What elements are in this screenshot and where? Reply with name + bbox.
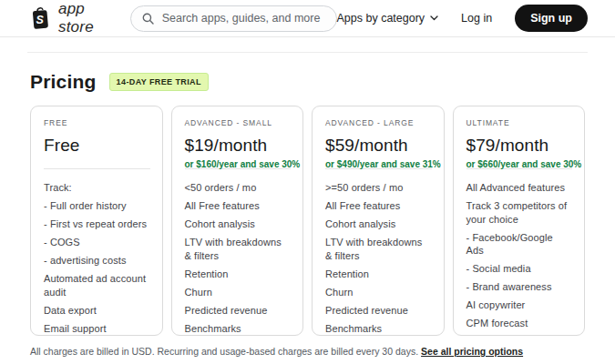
feature-item: - Full order history: [44, 199, 150, 213]
pricing-card: ULTIMATE $79/month or $660/year and save…: [453, 106, 586, 336]
feature-item: Cohort analysis: [325, 217, 432, 231]
feature-item: Retention: [185, 268, 292, 281]
search-bar[interactable]: [130, 5, 337, 32]
feature-item: Track:: [44, 181, 150, 195]
plan-price: Free: [44, 136, 150, 156]
log-in-link[interactable]: Log in: [461, 12, 492, 25]
pricing-card: ADVANCED - SMALL $19/month or $160/year …: [171, 106, 304, 336]
feature-item: Churn: [185, 286, 292, 299]
feature-item: Cohort analysis: [185, 217, 292, 231]
shopify-bag-icon: S: [30, 6, 51, 30]
feature-item: <50 orders / mo: [185, 181, 292, 195]
pricing-card: FREE Free Track:- Full order history- Fi…: [30, 106, 163, 336]
feature-item: Email support: [44, 322, 150, 336]
plan-features: Track:- Full order history- First vs rep…: [44, 181, 150, 335]
feature-item: Data export: [44, 304, 150, 318]
plan-price: $79/month: [466, 136, 573, 156]
feature-item: Track 3 competitors of your choice: [466, 199, 573, 226]
feature-item: - Brand awareness: [466, 280, 573, 294]
plan-save-note: or $660/year and save 30%: [466, 159, 573, 169]
see-all-pricing-link[interactable]: See all pricing options: [421, 346, 523, 357]
feature-item: LTV with breakdowns & filters: [185, 236, 292, 262]
feature-item: LTV with breakdowns & filters: [325, 236, 432, 262]
feature-item: - Facebook/Google Ads: [466, 231, 573, 258]
free-trial-badge: 14-DAY FREE TRIAL: [109, 73, 209, 91]
top-header: S app store Apps by category Log in Sign…: [0, 0, 615, 37]
app-store-logo[interactable]: S app store: [30, 0, 117, 36]
billing-note: All charges are billed in USD. Recurring…: [30, 346, 585, 357]
feature-item: Retention: [325, 268, 432, 281]
plan-label: FREE: [44, 118, 150, 127]
card-head: ADVANCED - SMALL $19/month or $160/year …: [185, 118, 292, 168]
apps-by-category-menu[interactable]: Apps by category: [337, 12, 439, 25]
feature-item: All Free features: [185, 199, 292, 213]
feature-item: Benchmarks: [325, 322, 432, 336]
plan-label: ULTIMATE: [466, 118, 573, 127]
search-input[interactable]: [160, 11, 325, 25]
logo-wordmark: app store: [58, 0, 117, 36]
card-divider: [44, 168, 150, 169]
plan-label: ADVANCED - SMALL: [185, 118, 292, 127]
plan-features: All Advanced featuresTrack 3 competitors…: [466, 181, 573, 330]
billing-note-text: All charges are billed in USD. Recurring…: [30, 346, 418, 357]
card-head: ADVANCED - LARGE $59/month or $490/year …: [325, 118, 432, 168]
feature-item: All Free features: [325, 199, 432, 213]
feature-item: - First vs repeat orders: [44, 217, 150, 231]
pricing-section: Pricing 14-DAY FREE TRIAL FREE Free Trac…: [0, 71, 615, 357]
feature-item: Benchmarks: [185, 322, 292, 336]
plan-features: >=50 orders / moAll Free featuresCohort …: [325, 181, 432, 336]
feature-item: - Social media: [466, 262, 573, 276]
header-nav: Apps by category Log in Sign up: [337, 5, 588, 32]
pricing-heading-row: Pricing 14-DAY FREE TRIAL: [30, 71, 585, 93]
pricing-cards: FREE Free Track:- Full order history- Fi…: [30, 106, 585, 336]
content-divider: [27, 52, 588, 53]
feature-item: - advertising costs: [44, 254, 150, 268]
feature-item: Automated ad account audit: [44, 272, 150, 298]
feature-item: Predicted revenue: [325, 304, 432, 318]
sign-up-button[interactable]: Sign up: [515, 5, 588, 32]
feature-item: All Advanced features: [466, 181, 573, 195]
feature-item: Churn: [325, 286, 432, 299]
feature-item: - COGS: [44, 236, 150, 249]
feature-item: AI copywriter: [466, 298, 573, 312]
plan-label: ADVANCED - LARGE: [325, 118, 432, 127]
feature-item: Predicted revenue: [185, 304, 292, 318]
plan-save-note: or $160/year and save 30%: [185, 159, 292, 169]
plan-features: <50 orders / moAll Free featuresCohort a…: [185, 181, 292, 336]
card-head: ULTIMATE $79/month or $660/year and save…: [466, 118, 573, 168]
svg-text:S: S: [36, 14, 44, 26]
plan-save-note: or $490/year and save 31%: [325, 159, 432, 169]
feature-item: CPM forecast: [466, 317, 573, 330]
card-head: FREE Free: [44, 118, 150, 168]
chevron-down-icon: [430, 15, 438, 21]
feature-item: >=50 orders / mo: [325, 181, 432, 195]
plan-price: $19/month: [185, 136, 292, 156]
pricing-card: ADVANCED - LARGE $59/month or $490/year …: [312, 106, 445, 336]
page-title: Pricing: [30, 71, 97, 93]
search-icon: [142, 13, 154, 25]
apps-by-category-label: Apps by category: [337, 12, 425, 25]
plan-price: $59/month: [325, 136, 432, 156]
